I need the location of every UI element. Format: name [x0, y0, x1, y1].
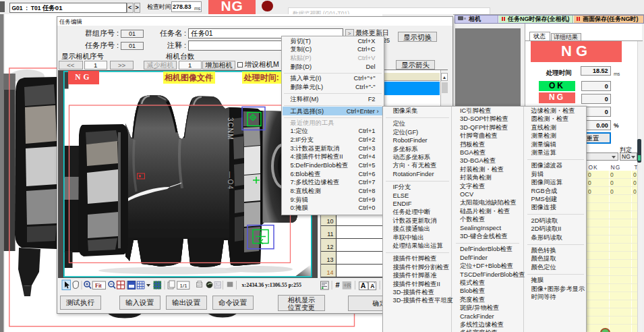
svg-text:A: A: [361, 281, 366, 289]
svg-text:—O4: —O4: [227, 171, 234, 190]
svg-text:+R: +R: [344, 282, 351, 289]
svg-text:1/1: 1/1: [180, 283, 188, 289]
svg-text:#: #: [335, 281, 339, 289]
svg-text:Fit: Fit: [95, 283, 102, 289]
svg-text:3CNM: 3CNM: [227, 117, 234, 140]
svg-text:x:2434.36 y:1306.55 p:255: x:2434.36 y:1306.55 p:255: [242, 282, 301, 288]
svg-text:A: A: [370, 283, 374, 289]
